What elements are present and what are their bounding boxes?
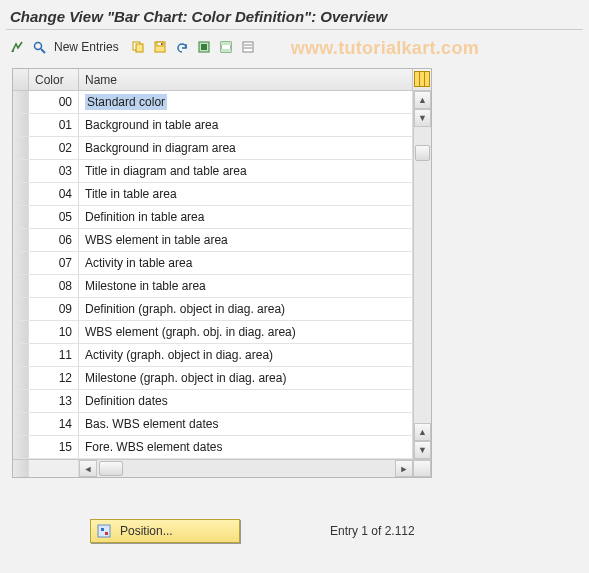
table-row[interactable]: 04Title in table area xyxy=(13,183,413,206)
table-body: 00Standard color01Background in table ar… xyxy=(13,91,413,459)
row-select-handle[interactable] xyxy=(13,252,29,274)
row-select-handle[interactable] xyxy=(13,229,29,251)
cell-color-name[interactable]: Fore. WBS element dates xyxy=(79,436,413,458)
cell-color-name[interactable]: Definition dates xyxy=(79,390,413,412)
cell-color-name[interactable]: Definition (graph. object in diag. area) xyxy=(79,298,413,320)
page-title: Change View "Bar Chart: Color Definition… xyxy=(0,0,589,29)
vertical-scrollbar[interactable]: ▲ ▼ ▲ ▼ xyxy=(413,91,431,459)
table-settings-icon[interactable] xyxy=(414,71,430,87)
row-select-handle[interactable] xyxy=(13,183,29,205)
cell-color-code[interactable]: 04 xyxy=(29,183,79,205)
table-row[interactable]: 07Activity in table area xyxy=(13,252,413,275)
cell-color-name[interactable]: Activity in table area xyxy=(79,252,413,274)
table-row[interactable]: 15Fore. WBS element dates xyxy=(13,436,413,459)
cell-color-name[interactable]: Title in diagram and table area xyxy=(79,160,413,182)
cell-color-code[interactable]: 13 xyxy=(29,390,79,412)
table-row[interactable]: 14Bas. WBS element dates xyxy=(13,413,413,436)
cell-color-name[interactable]: WBS element (graph. obj. in diag. area) xyxy=(79,321,413,343)
table-row[interactable]: 03Title in diagram and table area xyxy=(13,160,413,183)
divider xyxy=(6,29,583,30)
row-select-handle[interactable] xyxy=(13,275,29,297)
cell-color-name[interactable]: Definition in table area xyxy=(79,206,413,228)
save-icon[interactable] xyxy=(151,38,169,56)
cell-color-name[interactable]: WBS element in table area xyxy=(79,229,413,251)
row-select-handle[interactable] xyxy=(13,206,29,228)
table-config[interactable] xyxy=(413,69,431,90)
cell-color-name[interactable]: Background in table area xyxy=(79,114,413,136)
cell-color-code[interactable]: 01 xyxy=(29,114,79,136)
hscroll-track[interactable] xyxy=(97,460,395,477)
table-row[interactable]: 02Background in diagram area xyxy=(13,137,413,160)
horizontal-scrollbar[interactable]: ◄ ► xyxy=(13,459,431,477)
cell-color-code[interactable]: 15 xyxy=(29,436,79,458)
scroll-thumb[interactable] xyxy=(415,145,430,161)
other-view-icon[interactable] xyxy=(8,38,26,56)
cell-color-code[interactable]: 09 xyxy=(29,298,79,320)
position-button[interactable]: Position... xyxy=(90,519,240,543)
table-row[interactable]: 08Milestone in table area xyxy=(13,275,413,298)
undo-icon[interactable] xyxy=(173,38,191,56)
table-row[interactable]: 00Standard color xyxy=(13,91,413,114)
cell-color-name[interactable]: Standard color xyxy=(79,91,413,113)
cell-color-code[interactable]: 07 xyxy=(29,252,79,274)
row-select-handle[interactable] xyxy=(13,160,29,182)
row-select-handle[interactable] xyxy=(13,436,29,458)
table-row[interactable]: 06WBS element in table area xyxy=(13,229,413,252)
table-row[interactable]: 12Milestone (graph. object in diag. area… xyxy=(13,367,413,390)
cell-color-name[interactable]: Bas. WBS element dates xyxy=(79,413,413,435)
cell-color-code[interactable]: 03 xyxy=(29,160,79,182)
row-select-handle[interactable] xyxy=(13,114,29,136)
cell-color-code[interactable]: 06 xyxy=(29,229,79,251)
table-row[interactable]: 13Definition dates xyxy=(13,390,413,413)
col-header-name[interactable]: Name xyxy=(79,69,413,90)
scroll-right-icon[interactable]: ► xyxy=(395,460,413,477)
cell-color-code[interactable]: 10 xyxy=(29,321,79,343)
table-row[interactable]: 01Background in table area xyxy=(13,114,413,137)
row-select-handle[interactable] xyxy=(13,367,29,389)
cell-color-name[interactable]: Background in diagram area xyxy=(79,137,413,159)
cell-color-name[interactable]: Milestone (graph. object in diag. area) xyxy=(79,367,413,389)
cell-color-code[interactable]: 00 xyxy=(29,91,79,113)
cell-color-code[interactable]: 12 xyxy=(29,367,79,389)
deselect-all-icon[interactable] xyxy=(239,38,257,56)
cell-color-code[interactable]: 05 xyxy=(29,206,79,228)
scroll-track[interactable] xyxy=(414,127,431,423)
position-label: Position... xyxy=(120,524,173,538)
scroll-corner xyxy=(413,460,431,477)
hscroll-thumb[interactable] xyxy=(99,461,123,476)
svg-point-1 xyxy=(35,43,42,50)
cell-color-code[interactable]: 11 xyxy=(29,344,79,366)
find-icon[interactable] xyxy=(30,38,48,56)
cell-color-code[interactable]: 08 xyxy=(29,275,79,297)
scroll-up-step-icon[interactable]: ▲ xyxy=(414,423,431,441)
table-row[interactable]: 09Definition (graph. object in diag. are… xyxy=(13,298,413,321)
row-select-handle[interactable] xyxy=(13,344,29,366)
scroll-down-step-icon[interactable]: ▼ xyxy=(414,109,431,127)
svg-rect-7 xyxy=(161,43,163,45)
row-select-handle[interactable] xyxy=(13,91,29,113)
col-header-color[interactable]: Color xyxy=(29,69,79,90)
cell-color-name[interactable]: Milestone in table area xyxy=(79,275,413,297)
select-block-icon[interactable] xyxy=(217,38,235,56)
scroll-up-icon[interactable]: ▲ xyxy=(414,91,431,109)
row-select-handle[interactable] xyxy=(13,137,29,159)
table-row[interactable]: 11Activity (graph. object in diag. area) xyxy=(13,344,413,367)
scroll-down-icon[interactable]: ▼ xyxy=(414,441,431,459)
row-select-handle[interactable] xyxy=(13,321,29,343)
svg-rect-17 xyxy=(101,528,104,531)
table-row[interactable]: 10WBS element (graph. obj. in diag. area… xyxy=(13,321,413,344)
row-select-handle[interactable] xyxy=(13,413,29,435)
select-all-icon[interactable] xyxy=(195,38,213,56)
table-row[interactable]: 05Definition in table area xyxy=(13,206,413,229)
cell-color-code[interactable]: 02 xyxy=(29,137,79,159)
row-select-handle[interactable] xyxy=(13,390,29,412)
copy-icon[interactable] xyxy=(129,38,147,56)
cell-color-name[interactable]: Activity (graph. object in diag. area) xyxy=(79,344,413,366)
table-header: Color Name xyxy=(13,69,431,91)
row-select-handle[interactable] xyxy=(13,298,29,320)
cell-color-code[interactable]: 14 xyxy=(29,413,79,435)
new-entries-button[interactable]: New Entries xyxy=(52,40,125,54)
cell-color-name[interactable]: Title in table area xyxy=(79,183,413,205)
select-all-rows[interactable] xyxy=(13,69,29,90)
scroll-left-icon[interactable]: ◄ xyxy=(79,460,97,477)
